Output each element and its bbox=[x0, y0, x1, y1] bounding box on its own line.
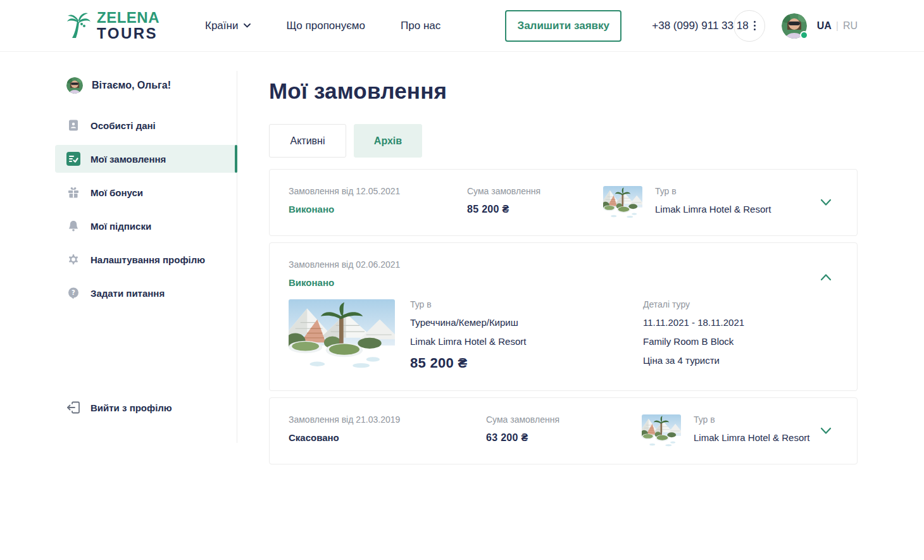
greeting-text: Вітаємо, Ольга! bbox=[92, 80, 171, 91]
sidebar-item-profile-settings[interactable]: Налаштування профілю bbox=[55, 246, 237, 273]
sidebar-item-my-bonuses[interactable]: Мої бонуси bbox=[55, 178, 237, 206]
logo-tours: TOURS bbox=[97, 26, 159, 41]
header: ZELENA TOURS Країни Що пропонуємо Про на… bbox=[0, 0, 924, 52]
orders-checklist-icon bbox=[66, 152, 80, 166]
chevron-down-icon[interactable] bbox=[820, 427, 832, 435]
order-date-label: Замовлення від 12.05.2021 bbox=[289, 186, 467, 196]
gear-icon bbox=[66, 252, 80, 266]
orders-list: Замовлення від 12.05.2021 Виконано Сума … bbox=[269, 169, 858, 464]
order-date-label: Замовлення від 02.06.2021 bbox=[289, 259, 838, 270]
sidebar-greeting: Вітаємо, Ольга! bbox=[66, 77, 237, 94]
order-card-expanded: Замовлення від 02.06.2021 Виконано bbox=[269, 242, 858, 391]
user-avatar[interactable] bbox=[782, 13, 807, 39]
nav-offers-label: Що пропонуємо bbox=[286, 20, 365, 32]
hotel-thumbnail bbox=[642, 414, 681, 447]
chevron-down-icon bbox=[244, 23, 251, 28]
order-card: Замовлення від 12.05.2021 Виконано Сума … bbox=[269, 169, 858, 236]
order-sum-label: Сума замовлення bbox=[486, 414, 642, 425]
order-price: 85 200 ₴ bbox=[410, 355, 643, 371]
orders-tabs: Активні Архів bbox=[269, 124, 858, 158]
order-date-label: Замовлення від 21.03.2019 bbox=[289, 414, 486, 425]
order-sum-label: Сума замовлення bbox=[467, 186, 603, 196]
order-status: Виконано bbox=[289, 277, 838, 288]
hotel-name: Limak Limra Hotel & Resort bbox=[655, 204, 771, 215]
lang-ru[interactable]: RU bbox=[843, 20, 858, 32]
sidebar-label: Налаштування профілю bbox=[91, 254, 205, 265]
logo-text: ZELENA TOURS bbox=[97, 10, 159, 41]
nav-about[interactable]: Про нас bbox=[401, 20, 440, 32]
tour-dates: 11.11.2021 - 18.11.2021 bbox=[643, 317, 744, 328]
order-status: Виконано bbox=[289, 204, 467, 215]
palm-tree-icon bbox=[66, 11, 92, 41]
chevron-up-icon[interactable] bbox=[820, 273, 832, 281]
hotel-photo bbox=[289, 299, 395, 370]
kebab-menu-icon bbox=[754, 21, 756, 30]
nav-offers[interactable]: Що пропонуємо bbox=[286, 20, 365, 32]
logout-button[interactable]: Вийти з профілю bbox=[66, 401, 237, 414]
tour-destination: Туреччина/Кемер/Кириш bbox=[410, 317, 643, 328]
sidebar-label: Мої підписки bbox=[91, 221, 151, 232]
online-status-dot bbox=[800, 31, 808, 39]
order-sum: 85 200 ₴ bbox=[467, 204, 603, 215]
tour-details-label: Деталі туру bbox=[643, 299, 744, 309]
chevron-down-icon[interactable] bbox=[820, 199, 832, 206]
bell-icon bbox=[66, 219, 80, 233]
orders-page: Мої замовлення Активні Архів Замовлення … bbox=[237, 52, 858, 560]
nav-about-label: Про нас bbox=[401, 20, 440, 32]
account-sidebar: Вітаємо, Ольга! Особисті дані bbox=[0, 52, 237, 560]
tab-archive-orders[interactable]: Архів bbox=[354, 124, 422, 158]
question-icon: ? bbox=[66, 286, 80, 300]
page-title: Мої замовлення bbox=[269, 78, 858, 104]
order-sum: 63 200 ₴ bbox=[486, 432, 642, 444]
greeting-avatar bbox=[66, 77, 83, 94]
sidebar-label: Мої замовлення bbox=[91, 154, 166, 165]
order-status: Скасовано bbox=[289, 432, 486, 443]
sidebar-item-personal-data[interactable]: Особисті дані bbox=[55, 111, 237, 139]
sidebar-label: Мої бонуси bbox=[91, 187, 143, 198]
language-switcher: UA | RU bbox=[817, 20, 858, 32]
id-card-icon bbox=[66, 118, 80, 132]
logo[interactable]: ZELENA TOURS bbox=[66, 10, 159, 41]
logo-zelena: ZELENA bbox=[97, 10, 159, 25]
logout-icon bbox=[66, 401, 80, 414]
tour-to-label: Тур в bbox=[410, 299, 643, 309]
sidebar-label: Особисті дані bbox=[91, 120, 156, 131]
tour-to-label: Тур в bbox=[655, 186, 771, 196]
tour-room: Family Room B Block bbox=[643, 336, 744, 347]
phone-block: +38 (099) 911 33 18 bbox=[652, 10, 765, 42]
tour-to-label: Тур в bbox=[694, 414, 809, 425]
sidebar-item-my-orders[interactable]: Мої замовлення bbox=[55, 145, 237, 173]
lang-separator: | bbox=[836, 20, 839, 32]
tour-tourists: Ціна за 4 туристи bbox=[643, 355, 744, 366]
gift-icon bbox=[66, 185, 80, 199]
hotel-name: Limak Limra Hotel & Resort bbox=[410, 336, 643, 347]
sidebar-label: Задати питання bbox=[91, 288, 165, 299]
nav-countries-label: Країни bbox=[205, 20, 238, 32]
lang-ua[interactable]: UA bbox=[817, 20, 832, 32]
sidebar-item-ask-question[interactable]: ? Задати питання bbox=[55, 279, 237, 307]
svg-text:?: ? bbox=[72, 289, 75, 296]
logout-label: Вийти з профілю bbox=[91, 402, 172, 413]
hotel-thumbnail bbox=[603, 186, 642, 219]
leave-request-button[interactable]: Залишити заявку bbox=[505, 10, 621, 42]
main-nav: Країни Що пропонуємо Про нас bbox=[205, 20, 440, 32]
hotel-name: Limak Limra Hotel & Resort bbox=[694, 432, 809, 443]
nav-countries[interactable]: Країни bbox=[205, 20, 251, 32]
order-card: Замовлення від 21.03.2019 Скасовано Сума… bbox=[269, 397, 858, 464]
sidebar-item-my-subscriptions[interactable]: Мої підписки bbox=[55, 212, 237, 240]
tab-active-orders[interactable]: Активні bbox=[269, 124, 346, 158]
phone-menu-button[interactable] bbox=[734, 10, 765, 42]
